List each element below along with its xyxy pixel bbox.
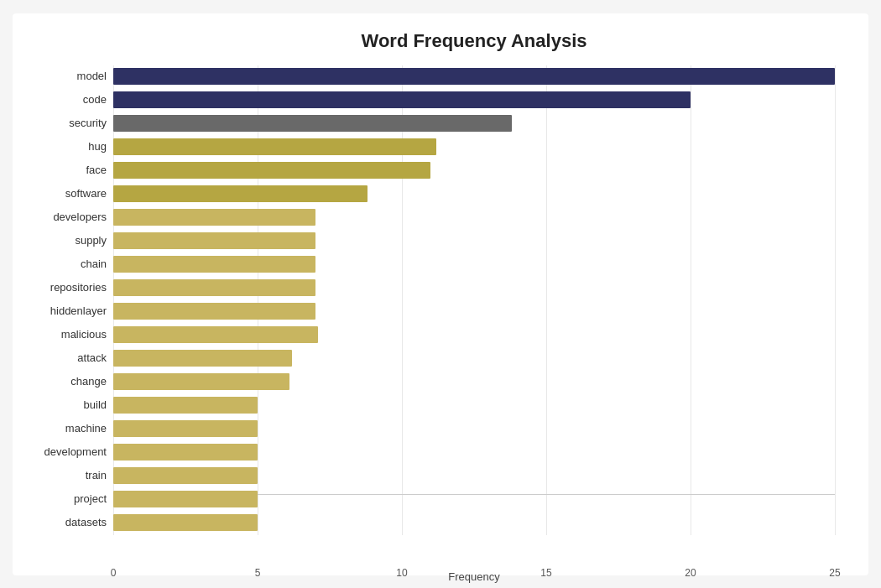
bar-attack <box>113 350 292 367</box>
bar-label: developers <box>14 211 107 223</box>
bar-hug <box>113 138 436 155</box>
bar-security <box>113 115 512 132</box>
bar-row: attack <box>113 347 835 369</box>
bar-row: change <box>113 371 835 393</box>
bar-train <box>113 467 258 484</box>
bar-development <box>113 444 258 461</box>
bar-label: development <box>14 445 107 458</box>
bar-label: malicious <box>14 328 107 341</box>
bar-hiddenlayer <box>113 303 315 320</box>
x-axis: 0510152025 <box>113 564 835 584</box>
bar-build <box>113 397 258 414</box>
bar-change <box>113 373 289 390</box>
grid-line <box>835 65 836 535</box>
bar-label: software <box>14 187 107 200</box>
bar-label: machine <box>14 422 107 434</box>
x-tick: 10 <box>396 567 407 579</box>
bar-malicious <box>113 326 318 343</box>
bar-row: malicious <box>113 324 835 346</box>
bar-label: hug <box>14 140 107 153</box>
bar-face <box>113 162 430 179</box>
bar-row: project <box>113 488 835 510</box>
bar-label: repositories <box>14 281 107 294</box>
bar-chain <box>113 256 315 273</box>
chart-area: modelcodesecurityhugfacesoftwaredevelope… <box>113 65 835 535</box>
chart-container: Word Frequency Analysis modelcodesecurit… <box>13 13 868 575</box>
bar-software <box>113 185 368 202</box>
x-tick: 0 <box>111 567 117 579</box>
x-tick: 5 <box>255 567 261 579</box>
bar-row: train <box>113 465 835 487</box>
bar-row: software <box>113 183 835 205</box>
bar-label: train <box>14 469 107 481</box>
bar-label: code <box>14 93 107 106</box>
chart-title: Word Frequency Analysis <box>113 30 835 52</box>
bar-row: chain <box>113 253 835 275</box>
bar-datasets <box>113 514 258 531</box>
bar-row: code <box>113 89 835 111</box>
bar-row: datasets <box>113 512 835 533</box>
bar-row: supply <box>113 230 835 252</box>
bar-label: datasets <box>14 516 107 528</box>
bar-row: face <box>113 159 835 181</box>
bar-project <box>113 491 258 507</box>
bar-code <box>113 91 691 108</box>
bar-label: supply <box>14 234 107 247</box>
x-tick: 20 <box>685 567 696 579</box>
bar-developers <box>113 209 315 226</box>
bar-label: attack <box>14 351 107 364</box>
bar-row: security <box>113 112 835 134</box>
bar-row: developers <box>113 206 835 228</box>
bar-label: security <box>14 117 107 129</box>
bar-row: hug <box>113 136 835 158</box>
x-tick: 25 <box>829 567 840 579</box>
bar-row: build <box>113 394 835 416</box>
bar-label: build <box>14 398 107 411</box>
x-tick: 15 <box>540 567 551 579</box>
bar-row: repositories <box>113 277 835 299</box>
bar-label: model <box>14 70 107 82</box>
bar-row: development <box>113 441 835 463</box>
bar-supply <box>113 232 315 249</box>
bar-repositories <box>113 279 315 296</box>
bar-label: hiddenlayer <box>14 304 107 317</box>
bar-row: machine <box>113 418 835 440</box>
bar-label: project <box>14 492 107 505</box>
bar-model <box>113 68 835 85</box>
bar-row: model <box>113 65 835 87</box>
bar-row: hiddenlayer <box>113 300 835 322</box>
bar-label: chain <box>14 258 107 270</box>
bar-machine <box>113 420 258 437</box>
bar-label: change <box>14 375 107 388</box>
bar-label: face <box>14 164 107 176</box>
